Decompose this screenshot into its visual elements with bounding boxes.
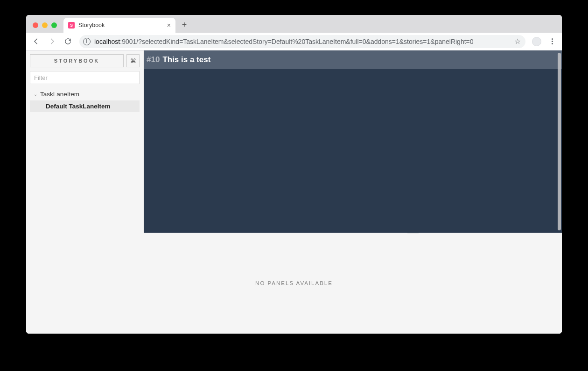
storybook-sidebar: STORYBOOK ⌘ ⌄ TaskLaneItem Default TaskL… xyxy=(26,50,144,233)
minimize-window-button[interactable] xyxy=(42,22,48,28)
reload-button[interactable] xyxy=(61,35,75,49)
arrow-right-icon xyxy=(48,37,56,45)
tab-strip: S Storybook × + xyxy=(26,15,562,33)
url-path: :9001/?selectedKind=TaskLaneItem&selecte… xyxy=(120,38,473,45)
horizontal-resize-handle[interactable] xyxy=(406,233,420,236)
new-tab-button[interactable]: + xyxy=(177,18,191,32)
tree-kind-tasklaneitem[interactable]: ⌄ TaskLaneItem xyxy=(30,89,140,100)
tasklaneitem-header[interactable]: #10 This is a test xyxy=(144,50,562,69)
bookmark-star-icon[interactable]: ☆ xyxy=(514,37,521,46)
storybook-logo-button[interactable]: STORYBOOK xyxy=(30,54,124,67)
task-title: This is a test xyxy=(162,55,210,64)
vertical-scrollbar[interactable] xyxy=(558,53,561,230)
close-tab-icon[interactable]: × xyxy=(167,22,171,29)
address-bar[interactable]: i localhost:9001/?selectedKind=TaskLaneI… xyxy=(79,35,525,48)
shortcuts-button[interactable]: ⌘ xyxy=(126,54,140,67)
addons-panel: NO PANELS AVAILABLE xyxy=(26,233,562,334)
url-text: localhost:9001/?selectedKind=TaskLaneIte… xyxy=(94,38,511,45)
addons-empty-text: NO PANELS AVAILABLE xyxy=(255,280,333,286)
storybook-upper-pane: STORYBOOK ⌘ ⌄ TaskLaneItem Default TaskL… xyxy=(26,50,562,233)
storybook-favicon-icon: S xyxy=(68,22,75,29)
tab-title: Storybook xyxy=(78,22,163,29)
reload-icon xyxy=(64,37,72,45)
url-host: localhost xyxy=(94,38,120,45)
story-preview: #10 This is a test xyxy=(144,50,562,233)
tree-story-default[interactable]: Default TaskLaneItem xyxy=(30,100,140,112)
filter-input[interactable] xyxy=(30,71,140,84)
window-controls xyxy=(30,22,61,33)
back-button[interactable] xyxy=(29,35,43,49)
forward-button[interactable] xyxy=(45,35,59,49)
browser-window: S Storybook × + i localhost:9001/?select… xyxy=(26,15,562,334)
close-window-button[interactable] xyxy=(33,22,38,28)
sidebar-header: STORYBOOK ⌘ xyxy=(30,54,140,67)
stories-tree: ⌄ TaskLaneItem Default TaskLaneItem xyxy=(30,89,140,112)
browser-menu-button[interactable] xyxy=(545,38,559,44)
task-number: #10 xyxy=(147,55,160,64)
arrow-left-icon xyxy=(32,37,40,45)
profile-avatar[interactable] xyxy=(532,37,541,46)
maximize-window-button[interactable] xyxy=(51,22,57,28)
browser-tab[interactable]: S Storybook × xyxy=(63,18,175,33)
page-content: STORYBOOK ⌘ ⌄ TaskLaneItem Default TaskL… xyxy=(26,50,562,334)
browser-toolbar: i localhost:9001/?selectedKind=TaskLaneI… xyxy=(26,33,562,50)
kind-label: TaskLaneItem xyxy=(40,91,79,98)
site-info-icon[interactable]: i xyxy=(83,38,91,45)
chevron-down-icon: ⌄ xyxy=(34,92,37,97)
